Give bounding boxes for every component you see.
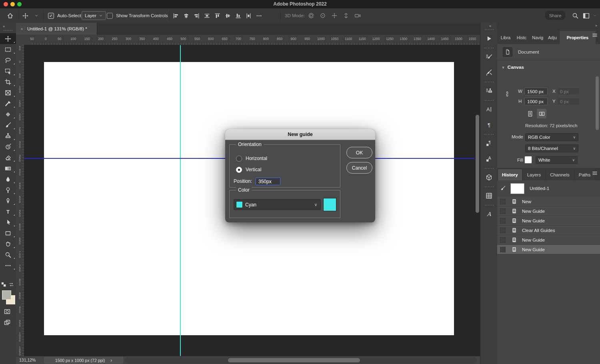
- distribute-h-icon[interactable]: [204, 13, 210, 19]
- mode-dropdown[interactable]: RGB Color∨: [525, 133, 578, 141]
- dock-drag-handle[interactable]: [485, 168, 494, 169]
- panel-menu-icon[interactable]: [592, 32, 598, 38]
- paragraph-panel-button[interactable]: ¶: [480, 117, 498, 133]
- workspace-icon[interactable]: [583, 8, 590, 23]
- clone-source-panel-button[interactable]: [480, 83, 498, 99]
- dock-drag-handle[interactable]: [485, 29, 494, 30]
- tab-histc[interactable]: Histc: [514, 31, 529, 44]
- document-info[interactable]: 1500 px x 1000 px (72 ppi) ›: [43, 357, 124, 364]
- link-dimensions-icon[interactable]: [504, 91, 510, 97]
- tab-paths[interactable]: Paths: [575, 169, 594, 180]
- eraser-tool[interactable]: [0, 152, 16, 163]
- eyedropper-tool[interactable]: [0, 98, 16, 109]
- 3d-panel-button[interactable]: [480, 170, 498, 185]
- horizontal-ruler[interactable]: 5005010015020025030035040045050055060065…: [16, 35, 480, 45]
- horizontal-scrollbar[interactable]: [228, 358, 360, 362]
- history-source-checkbox[interactable]: [500, 199, 506, 204]
- tab-layers[interactable]: Layers: [523, 169, 545, 180]
- lasso-tool[interactable]: [0, 55, 16, 66]
- document-tab[interactable]: Untitled-1 @ 131% (RGB/8) *: [16, 23, 97, 35]
- rectangular-marquee-tool[interactable]: [0, 44, 16, 55]
- slide-3d-icon[interactable]: [343, 12, 349, 19]
- crop-tool[interactable]: [0, 76, 16, 87]
- y-field[interactable]: 0 px: [557, 98, 580, 105]
- move-tool[interactable]: [0, 33, 16, 44]
- quick-mask-icon[interactable]: [4, 308, 10, 315]
- align-right-icon[interactable]: [194, 13, 200, 19]
- roll-3d-icon[interactable]: [320, 12, 326, 19]
- search-icon[interactable]: [572, 8, 578, 23]
- horizontal-radio[interactable]: [236, 156, 242, 162]
- tab-properties[interactable]: Properties: [560, 31, 596, 44]
- dock-drag-handle[interactable]: [485, 186, 494, 187]
- history-menu-icon[interactable]: [592, 170, 598, 176]
- height-field[interactable]: 1000 px: [524, 98, 548, 105]
- dock-drag-handle[interactable]: [485, 100, 494, 101]
- type-tool[interactable]: T: [0, 206, 16, 217]
- dock-collapse-icon[interactable]: «: [489, 24, 491, 28]
- tool-options-chevron-icon[interactable]: [34, 8, 38, 23]
- vertical-ruler[interactable]: 5 005 01 0 01 5 02 0 02 5 03 0 03 5 04 0…: [16, 45, 24, 356]
- path-selection-tool[interactable]: [0, 217, 16, 228]
- history-source-checkbox[interactable]: [500, 237, 506, 243]
- healing-brush-tool[interactable]: [0, 109, 16, 120]
- tab-channels[interactable]: Channels: [546, 169, 574, 180]
- paragraph-styles-panel-button[interactable]: ¶: [480, 136, 498, 151]
- dialog-title[interactable]: New guide: [225, 129, 375, 140]
- tab-libra[interactable]: Libra: [498, 31, 513, 44]
- workspace-chevron-icon[interactable]: [593, 8, 597, 23]
- history-brush-icon[interactable]: [500, 186, 506, 192]
- dock-drag-handle[interactable]: [485, 134, 494, 135]
- dock-drag-handle[interactable]: [485, 82, 494, 82]
- history-row[interactable]: Clear All Guides: [497, 226, 600, 235]
- history-row[interactable]: New Guide: [497, 245, 600, 254]
- align-bottom-icon[interactable]: [235, 13, 241, 19]
- share-button[interactable]: Share: [545, 11, 566, 20]
- landscape-orientation-button[interactable]: [537, 109, 546, 118]
- tab-adju[interactable]: Adju: [546, 31, 559, 44]
- fill-dropdown[interactable]: White∨: [536, 156, 578, 164]
- screen-mode-icon[interactable]: [4, 319, 10, 326]
- canvas-section-header[interactable]: ∨ Canvas: [502, 65, 524, 70]
- vertical-guide[interactable]: [180, 45, 181, 356]
- default-colors-icon[interactable]: [1, 282, 7, 288]
- pattern-preview-panel-button[interactable]: [480, 188, 498, 204]
- history-source-checkbox[interactable]: [500, 228, 506, 233]
- current-tool-icon[interactable]: [22, 8, 28, 23]
- camera-3d-icon[interactable]: [354, 12, 361, 19]
- auto-select-target-dropdown[interactable]: Layer: [82, 8, 106, 23]
- history-source-checkbox[interactable]: [500, 208, 506, 214]
- cancel-button[interactable]: Cancel: [346, 162, 372, 174]
- swap-colors-icon[interactable]: [9, 282, 14, 287]
- history-row[interactable]: New: [497, 197, 600, 206]
- ok-button[interactable]: OK: [346, 147, 372, 158]
- dodge-tool[interactable]: [0, 184, 16, 195]
- close-tab-icon[interactable]: [20, 27, 24, 31]
- color-preview-box[interactable]: [323, 198, 336, 211]
- history-row[interactable]: New Guide: [497, 216, 600, 226]
- x-field[interactable]: 0 px: [557, 88, 580, 95]
- character-styles-panel-button[interactable]: A: [480, 151, 498, 167]
- auto-select-checkbox[interactable]: ✓ Auto-Select:: [48, 8, 82, 23]
- foreground-color-swatch[interactable]: [2, 290, 11, 300]
- vertical-scrollbar[interactable]: [476, 115, 479, 213]
- align-center-v-icon[interactable]: [225, 13, 231, 19]
- align-left-icon[interactable]: [173, 13, 179, 19]
- dock-drag-handle[interactable]: [485, 48, 494, 48]
- blur-tool[interactable]: [0, 174, 16, 184]
- gradient-tool[interactable]: [0, 163, 16, 174]
- rectangle-tool[interactable]: [0, 228, 16, 238]
- history-source-checkbox[interactable]: [500, 218, 506, 224]
- width-field[interactable]: 1500 px: [524, 88, 548, 95]
- brushes-panel-button[interactable]: [480, 65, 498, 80]
- show-transform-controls-checkbox[interactable]: Show Transform Controls: [107, 8, 168, 23]
- brush-tool[interactable]: [0, 120, 16, 130]
- history-snapshot-row[interactable]: Untitled-1: [497, 182, 600, 195]
- toolbar-drag-handle[interactable]: [4, 30, 12, 31]
- history-source-checkbox[interactable]: [500, 247, 506, 252]
- history-row[interactable]: New Guide: [497, 206, 600, 216]
- panel-expand-icon[interactable]: »: [595, 24, 597, 28]
- status-chevron-icon[interactable]: ›: [110, 358, 112, 363]
- pen-tool[interactable]: [0, 195, 16, 206]
- fill-color-swatch[interactable]: [524, 156, 532, 164]
